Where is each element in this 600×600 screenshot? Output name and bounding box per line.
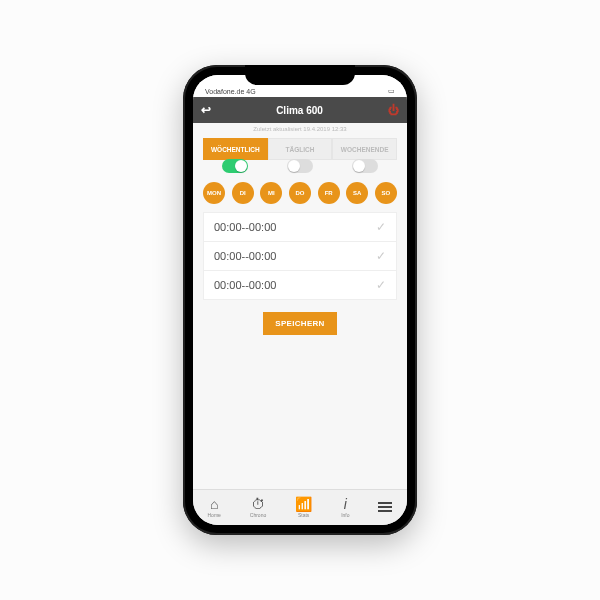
tab-daily[interactable]: TÄGLICH — [268, 138, 333, 160]
status-right: ▭ — [388, 87, 395, 95]
home-icon: ⌂ — [210, 497, 218, 511]
day-sat[interactable]: SA — [346, 182, 368, 204]
time-range: 00:00--00:00 — [214, 279, 276, 291]
day-mon[interactable]: MON — [203, 182, 225, 204]
time-range: 00:00--00:00 — [214, 250, 276, 262]
time-slot-row[interactable]: 00:00--00:00 ✓ — [204, 271, 396, 299]
day-sun[interactable]: SO — [375, 182, 397, 204]
day-fri[interactable]: FR — [318, 182, 340, 204]
lock-icon[interactable]: ⏻ — [388, 104, 399, 116]
schedule-tabs: WÖCHENTLICH TÄGLICH WOCHENENDE — [203, 138, 397, 160]
toggle-weekly[interactable] — [222, 159, 248, 173]
day-wed[interactable]: MI — [260, 182, 282, 204]
chart-icon: 📶 — [295, 497, 312, 511]
tab-weekend[interactable]: WOCHENENDE — [332, 138, 397, 160]
nav-chrono[interactable]: ⏱ Chrono — [250, 497, 266, 518]
nav-bar: ↩ Clima 600 ⏻ — [193, 97, 407, 123]
nav-info[interactable]: i Info — [341, 497, 349, 518]
save-button[interactable]: SPEICHERN — [263, 312, 336, 335]
toggle-daily[interactable] — [287, 159, 313, 173]
time-slot-row[interactable]: 00:00--00:00 ✓ — [204, 242, 396, 271]
notch — [245, 65, 355, 85]
screen: Vodafone.de 4G ▭ ↩ Clima 600 ⏻ Zuletzt a… — [193, 75, 407, 525]
toggle-weekend[interactable] — [352, 159, 378, 173]
stopwatch-icon: ⏱ — [251, 497, 265, 511]
day-tue[interactable]: DI — [232, 182, 254, 204]
day-selector: MON DI MI DO FR SA SO — [203, 182, 397, 204]
battery-icon: ▭ — [388, 87, 395, 95]
last-updated-label: Zuletzt aktualisiert 19.4.2019 12:33 — [193, 123, 407, 138]
page-title: Clima 600 — [276, 105, 323, 116]
tab-label: WÖCHENTLICH — [211, 146, 260, 153]
nav-stats[interactable]: 📶 Stats — [295, 497, 312, 518]
phone-frame: Vodafone.de 4G ▭ ↩ Clima 600 ⏻ Zuletzt a… — [183, 65, 417, 535]
time-slot-list: 00:00--00:00 ✓ 00:00--00:00 ✓ 00:00--00:… — [203, 212, 397, 300]
nav-menu[interactable] — [378, 502, 392, 513]
check-icon: ✓ — [376, 220, 386, 234]
content-area: WÖCHENTLICH TÄGLICH WOCHENENDE MON DI MI… — [193, 138, 407, 489]
check-icon: ✓ — [376, 249, 386, 263]
nav-home[interactable]: ⌂ Home — [207, 497, 220, 518]
menu-icon — [378, 502, 392, 512]
carrier-label: Vodafone.de 4G — [205, 88, 256, 95]
back-icon[interactable]: ↩ — [201, 104, 211, 116]
tab-weekly[interactable]: WÖCHENTLICH — [203, 138, 268, 160]
tab-label: WOCHENENDE — [341, 146, 389, 153]
check-icon: ✓ — [376, 278, 386, 292]
info-icon: i — [344, 497, 347, 511]
bottom-nav: ⌂ Home ⏱ Chrono 📶 Stats i Info — [193, 489, 407, 525]
time-slot-row[interactable]: 00:00--00:00 ✓ — [204, 213, 396, 242]
time-range: 00:00--00:00 — [214, 221, 276, 233]
day-thu[interactable]: DO — [289, 182, 311, 204]
tab-label: TÄGLICH — [286, 146, 315, 153]
